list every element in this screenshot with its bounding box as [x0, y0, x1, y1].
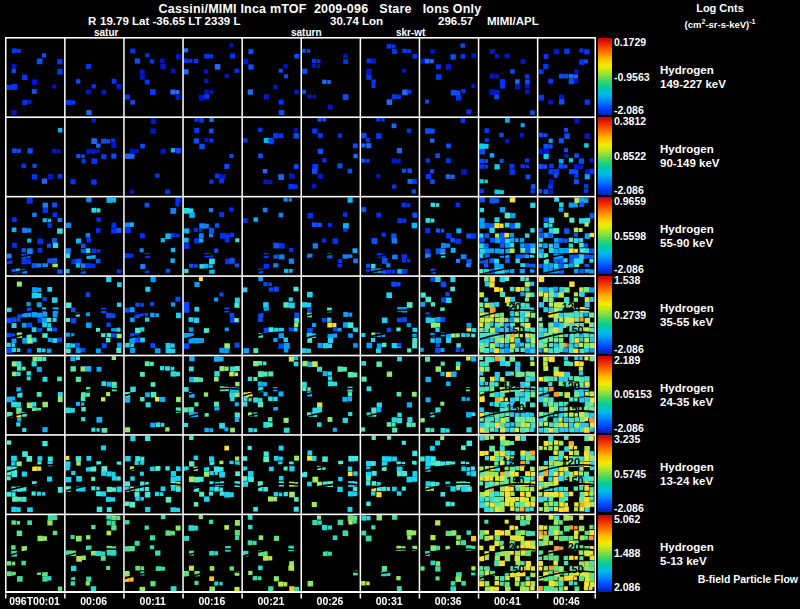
colorbar	[598, 435, 612, 512]
species-label: Hydrogen	[660, 63, 726, 77]
row-energy-label: Hydrogen5-13 keV	[660, 540, 714, 568]
colorbar-mid-label: 0.8522	[614, 150, 646, 162]
row-energy-label: Hydrogen90-149 keV	[660, 142, 719, 170]
colorbar-mid-label: 0.2739	[614, 309, 646, 321]
colorbar-units-line2: (cm2-sr-s-keV)-1	[642, 15, 798, 31]
row-energy-label: Hydrogen149-227 keV	[660, 63, 726, 91]
colorbar	[598, 515, 612, 592]
colorbar-max-label: 1.538	[614, 274, 640, 286]
colorbar	[598, 197, 612, 274]
energy-band-label: 35-55 keV	[660, 315, 714, 329]
spectrogram-grid	[5, 37, 596, 599]
colorbar-mid-label: 1.488	[614, 547, 640, 559]
colorbar-mid-label: 0.5598	[614, 230, 646, 242]
colorbar-max-label: 0.3812	[614, 115, 646, 127]
row-energy-label: Hydrogen35-55 keV	[660, 301, 714, 329]
colorbar-max-label: 0.1729	[614, 36, 646, 48]
colorbar-units-line1: Log Cnts	[642, 2, 798, 15]
colorbar-max-label: 2.189	[614, 354, 640, 366]
species-label: Hydrogen	[660, 222, 714, 236]
ephemeris-values-2: 30.74 Lon	[330, 15, 383, 27]
species-label: Hydrogen	[660, 381, 714, 395]
colorbar-mid-label: -0.9563	[614, 71, 650, 83]
energy-band-label: 24-35 keV	[660, 395, 714, 409]
instrument-credit: MIMI/APL	[487, 15, 539, 27]
page-title: Cassini/MIMI Inca mTOF 2009-096 Stare Io…	[0, 2, 640, 16]
species-label: Hydrogen	[660, 540, 714, 554]
species-label: Hydrogen	[660, 301, 714, 315]
colorbar-max-label: 0.9659	[614, 195, 646, 207]
colorbar-mid-label: 0.05153	[614, 388, 652, 400]
time-tick-label: 00:46	[531, 595, 601, 607]
colorbar	[598, 117, 612, 194]
inca-stare-plot: Cassini/MIMI Inca mTOF 2009-096 Stare Io…	[0, 0, 800, 609]
bfield-flow-note: B-field Particle Flow	[690, 573, 798, 585]
row-energy-label: Hydrogen24-35 keV	[660, 381, 714, 409]
energy-band-label: 13-24 keV	[660, 474, 714, 488]
colorbar-units-title: Log Cnts (cm2-sr-s-keV)-1	[642, 2, 798, 31]
species-label: Hydrogen	[660, 460, 714, 474]
species-label: Hydrogen	[660, 142, 719, 156]
row-energy-label: Hydrogen55-90 keV	[660, 222, 714, 250]
colorbar	[598, 38, 612, 115]
colorbar-max-label: 3.235	[614, 433, 640, 445]
ephemeris-values-3: 296.57	[438, 15, 473, 27]
energy-band-label: 90-149 keV	[660, 156, 719, 170]
energy-band-label: 5-13 keV	[660, 554, 714, 568]
ephemeris-r-label: R	[88, 15, 96, 27]
row-energy-label: Hydrogen13-24 keV	[660, 460, 714, 488]
colorbar	[598, 356, 612, 433]
colorbar-max-label: 5.062	[614, 513, 640, 525]
ephemeris-values-1: 19.79 Lat -36.65 LT 2339 L	[100, 15, 240, 27]
colorbar	[598, 276, 612, 353]
energy-band-label: 149-227 keV	[660, 77, 726, 91]
energy-band-label: 55-90 keV	[660, 236, 714, 250]
colorbar-mid-label: 0.5745	[614, 468, 646, 480]
colorbar-min-label: 2.086	[614, 581, 640, 593]
